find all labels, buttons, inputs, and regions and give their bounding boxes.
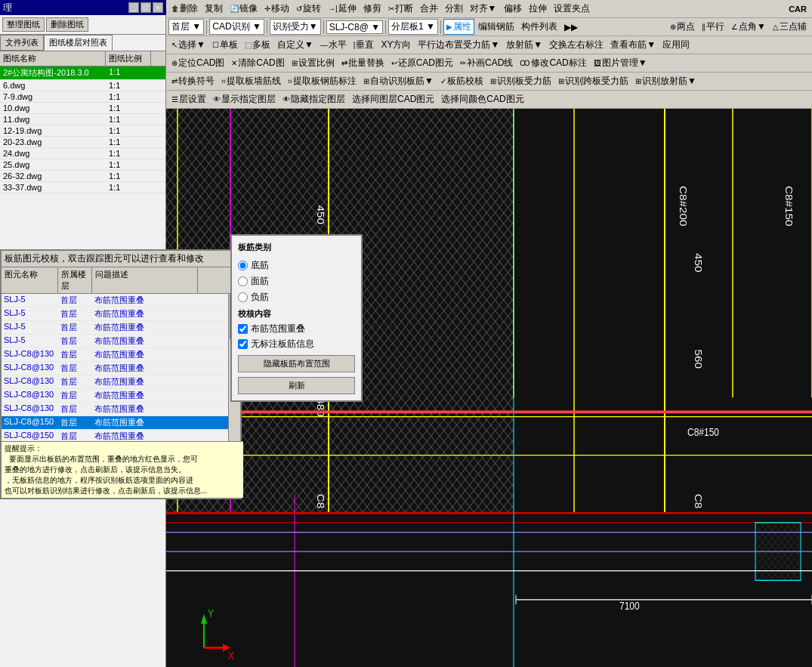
hide-range-button[interactable]: 隐藏板筋布置范围	[238, 355, 355, 372]
show-layer-btn[interactable]: 👁 显示指定图层	[210, 91, 279, 107]
issue-row[interactable]: SLJ-C8@130首层布筋范围重叠	[2, 348, 231, 362]
issue-row[interactable]: SLJ-C8@130首层布筋范围重叠	[2, 375, 231, 389]
modify-cad-annotation-btn[interactable]: Ꝏ 修改CAD标注	[517, 55, 589, 71]
restore-cad-btn[interactable]: ↩ 还原CAD图元	[388, 55, 456, 71]
parallel-btn[interactable]: ∥ 平行	[699, 19, 727, 35]
organize-drawings-button[interactable]: 整理图纸	[2, 17, 45, 32]
copy-btn[interactable]: 复制	[202, 1, 226, 17]
file-row[interactable]: 24.dwg1:1	[0, 148, 165, 159]
file-row[interactable]: 33-37.dwg1:1	[0, 182, 165, 193]
identify-force-dropdown[interactable]: 识别受力▼	[270, 19, 321, 35]
single-slab-btn[interactable]: ☐ 单板	[209, 37, 241, 53]
layer-dropdown[interactable]: 分层板1 ▼	[388, 19, 438, 35]
radio-negative-rebar-input[interactable]	[238, 292, 248, 302]
refresh-button[interactable]: 刷新	[238, 377, 355, 394]
rebar-check-btn[interactable]: ✓ 板筋校核	[437, 73, 486, 89]
extend-btn[interactable]: →| 延伸	[325, 1, 360, 17]
file-ratio-cell: 1:1	[106, 125, 151, 136]
more-btn[interactable]: ▶▶	[561, 20, 581, 34]
svg-text:C8#200: C8#200	[678, 186, 687, 227]
component-list-btn[interactable]: 构件列表	[518, 19, 560, 35]
move-btn[interactable]: ✛ 移动	[261, 1, 292, 17]
layer-settings-btn[interactable]: ☰ 层设置	[168, 91, 209, 107]
stretch-btn[interactable]: 拉伸	[526, 1, 550, 17]
issue-row[interactable]: SLJ-C8@130首层布筋范围重叠	[2, 362, 231, 375]
edit-rebar-btn[interactable]: 编辑钢筋	[475, 19, 517, 35]
slj-dropdown[interactable]: SLJ-C8@ ▼	[326, 20, 383, 34]
swap-annotation-btn[interactable]: 交换左右标注	[546, 37, 607, 53]
maximize-button[interactable]: □	[140, 2, 151, 13]
issue-row[interactable]: SLJ-5首层布筋范围重叠	[2, 335, 231, 348]
issue-row[interactable]: SLJ-5首层布筋范围重叠	[2, 321, 231, 335]
minimize-button[interactable]: _	[128, 2, 139, 13]
angle-btn[interactable]: ∠ 点角▼	[728, 19, 769, 35]
auto-identify-btn[interactable]: ⊞ 自动识别板筋▼	[360, 73, 437, 89]
rotate-btn[interactable]: ↺ 旋转	[293, 1, 324, 17]
add-cad-line-btn[interactable]: ✏ 补画CAD线	[457, 55, 516, 71]
align-btn[interactable]: 对齐▼	[467, 1, 500, 17]
file-row[interactable]: 2#公寓结构图-2018.3.01:1	[0, 66, 165, 80]
cad-identify-dropdown[interactable]: CAD识别 ▼	[209, 19, 264, 35]
close-button[interactable]: ×	[153, 2, 163, 13]
file-row[interactable]: 12-19.dwg1:1	[0, 125, 165, 137]
delete-drawings-button[interactable]: 删除图纸	[46, 17, 88, 32]
file-row[interactable]: 6.dwg1:1	[0, 80, 165, 91]
file-row[interactable]: 7-9.dwg1:1	[0, 91, 165, 103]
image-manage-btn[interactable]: 🖼 图片管理▼	[591, 55, 650, 71]
radio-top-rebar-input[interactable]	[238, 276, 248, 286]
split-btn[interactable]: 分割	[442, 1, 466, 17]
file-row[interactable]: 25.dwg1:1	[0, 159, 165, 171]
apply-same-btn[interactable]: 应用同	[659, 37, 693, 53]
mirror-btn[interactable]: 🔄 镜像	[227, 1, 261, 17]
file-row[interactable]: 10.dwg1:1	[0, 103, 165, 114]
extract-wall-rebar-btn[interactable]: ⌗ 提取板墙筋线	[218, 73, 284, 89]
select-same-layer-btn[interactable]: 选择同图层CAD图元	[349, 91, 437, 107]
set-scale-btn[interactable]: ⊞ 设置比例	[289, 55, 338, 71]
radio-bottom-rebar-input[interactable]	[238, 261, 248, 270]
select-btn[interactable]: ↖ 选择▼	[168, 37, 208, 53]
break-btn[interactable]: ✂ 打断	[385, 1, 416, 17]
two-point-btn[interactable]: ⊕ 两点	[667, 19, 698, 35]
issue-row[interactable]: SLJ-5首层布筋范围重叠	[2, 294, 231, 307]
grip-btn[interactable]: 设置夹点	[551, 1, 593, 17]
xy-btn[interactable]: XY方向	[378, 37, 414, 53]
issue-row[interactable]: SLJ-C8@130首层布筋范围重叠	[2, 403, 231, 416]
extract-slab-annotation-btn[interactable]: ⌗ 提取板钢筋标注	[285, 73, 360, 89]
delete-btn[interactable]: 🗑 删除	[168, 1, 201, 17]
radio-group: 底筋 面筋 负筋	[238, 259, 355, 304]
identify-span-rebar-btn[interactable]: ⊞ 识别跨板受力筋	[555, 73, 631, 89]
svg-text:X: X	[228, 649, 234, 662]
merge-btn[interactable]: 合并	[417, 1, 441, 17]
convert-symbol-btn[interactable]: ⇌ 转换符号	[168, 73, 218, 89]
three-point-btn[interactable]: △ 三点辅	[770, 19, 810, 35]
offset-btn[interactable]: 偏移	[501, 1, 525, 17]
tab-layer-comparison[interactable]: 图纸楼层对照表	[44, 35, 113, 51]
checkbox-no-annotation-input[interactable]	[238, 339, 248, 349]
vertical-btn[interactable]: | 垂直	[350, 37, 378, 53]
custom-btn[interactable]: 自定义▼	[274, 37, 316, 53]
view-layout-btn[interactable]: 查看布筋▼	[607, 37, 659, 53]
locate-cad-btn[interactable]: ⊕ 定位CAD图	[168, 55, 227, 71]
issue-row[interactable]: SLJ-C8@150首层布筋范围重叠	[2, 416, 231, 430]
file-row[interactable]: 11.dwg1:1	[0, 114, 165, 125]
trim-btn[interactable]: 修剪	[360, 1, 384, 17]
property-btn[interactable]: ▶ 属性	[443, 19, 474, 35]
tab-file-list[interactable]: 文件列表	[0, 35, 44, 51]
batch-replace-btn[interactable]: ⇄ 批量替换	[338, 55, 387, 71]
checkbox-overlap-input[interactable]	[238, 324, 248, 334]
select-same-color-btn[interactable]: 选择同颜色CAD图元	[438, 91, 526, 107]
radial-rebar-btn[interactable]: 放射筋▼	[503, 37, 545, 53]
hide-layer-btn[interactable]: 👁 隐藏指定图层	[279, 91, 348, 107]
multi-slab-btn[interactable]: ⬚ 多板	[242, 37, 273, 53]
clear-cad-btn[interactable]: ✕ 清除CAD图	[228, 55, 287, 71]
issue-row[interactable]: SLJ-5首层布筋范围重叠	[2, 307, 231, 321]
file-row[interactable]: 26-32.dwg1:1	[0, 171, 165, 182]
parallel-place-btn[interactable]: 平行边布置受力筋▼	[415, 37, 502, 53]
radio-bottom-rebar-label: 底筋	[251, 259, 269, 272]
issue-row[interactable]: SLJ-C8@130首层布筋范围重叠	[2, 389, 231, 403]
file-row[interactable]: 20-23.dwg1:1	[0, 137, 165, 148]
horizontal-btn[interactable]: — 水平	[317, 37, 350, 53]
floor-dropdown[interactable]: 首层 ▼	[168, 19, 204, 35]
identify-radial-btn[interactable]: ⊞ 识别放射筋▼	[632, 73, 699, 89]
identify-slab-rebar-btn[interactable]: ⊞ 识别板受力筋	[487, 73, 554, 89]
